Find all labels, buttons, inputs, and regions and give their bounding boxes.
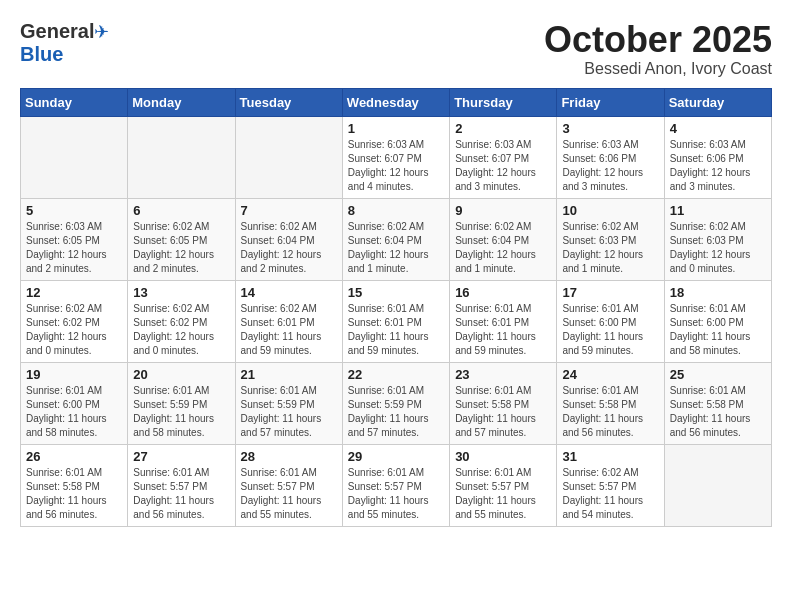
day-number: 29 (348, 449, 444, 464)
day-number: 2 (455, 121, 551, 136)
header-saturday: Saturday (664, 88, 771, 116)
day-info: Sunrise: 6:02 AM Sunset: 5:57 PM Dayligh… (562, 466, 658, 522)
calendar-cell: 15Sunrise: 6:01 AM Sunset: 6:01 PM Dayli… (342, 280, 449, 362)
day-info: Sunrise: 6:03 AM Sunset: 6:06 PM Dayligh… (562, 138, 658, 194)
day-info: Sunrise: 6:02 AM Sunset: 6:04 PM Dayligh… (455, 220, 551, 276)
day-info: Sunrise: 6:01 AM Sunset: 6:00 PM Dayligh… (26, 384, 122, 440)
calendar-week-row: 12Sunrise: 6:02 AM Sunset: 6:02 PM Dayli… (21, 280, 772, 362)
header-thursday: Thursday (450, 88, 557, 116)
day-number: 16 (455, 285, 551, 300)
day-number: 25 (670, 367, 766, 382)
day-info: Sunrise: 6:01 AM Sunset: 5:59 PM Dayligh… (241, 384, 337, 440)
day-info: Sunrise: 6:02 AM Sunset: 6:03 PM Dayligh… (562, 220, 658, 276)
day-number: 21 (241, 367, 337, 382)
calendar-header-row: Sunday Monday Tuesday Wednesday Thursday… (21, 88, 772, 116)
logo-blue: Blue (20, 43, 63, 65)
calendar-cell: 12Sunrise: 6:02 AM Sunset: 6:02 PM Dayli… (21, 280, 128, 362)
title-section: October 2025 Bessedi Anon, Ivory Coast (544, 20, 772, 78)
day-info: Sunrise: 6:01 AM Sunset: 5:59 PM Dayligh… (348, 384, 444, 440)
day-info: Sunrise: 6:03 AM Sunset: 6:07 PM Dayligh… (348, 138, 444, 194)
calendar-cell (235, 116, 342, 198)
day-number: 6 (133, 203, 229, 218)
day-info: Sunrise: 6:01 AM Sunset: 6:00 PM Dayligh… (562, 302, 658, 358)
day-number: 15 (348, 285, 444, 300)
day-number: 7 (241, 203, 337, 218)
day-number: 3 (562, 121, 658, 136)
header-sunday: Sunday (21, 88, 128, 116)
day-info: Sunrise: 6:02 AM Sunset: 6:01 PM Dayligh… (241, 302, 337, 358)
day-info: Sunrise: 6:01 AM Sunset: 5:57 PM Dayligh… (455, 466, 551, 522)
calendar-cell (21, 116, 128, 198)
calendar-cell: 14Sunrise: 6:02 AM Sunset: 6:01 PM Dayli… (235, 280, 342, 362)
day-number: 8 (348, 203, 444, 218)
day-number: 27 (133, 449, 229, 464)
logo: General✈ Blue (20, 20, 109, 66)
day-number: 10 (562, 203, 658, 218)
calendar-week-row: 19Sunrise: 6:01 AM Sunset: 6:00 PM Dayli… (21, 362, 772, 444)
calendar-cell: 28Sunrise: 6:01 AM Sunset: 5:57 PM Dayli… (235, 444, 342, 526)
calendar-cell: 29Sunrise: 6:01 AM Sunset: 5:57 PM Dayli… (342, 444, 449, 526)
calendar-cell: 22Sunrise: 6:01 AM Sunset: 5:59 PM Dayli… (342, 362, 449, 444)
calendar-week-row: 26Sunrise: 6:01 AM Sunset: 5:58 PM Dayli… (21, 444, 772, 526)
day-info: Sunrise: 6:01 AM Sunset: 5:58 PM Dayligh… (455, 384, 551, 440)
day-info: Sunrise: 6:02 AM Sunset: 6:05 PM Dayligh… (133, 220, 229, 276)
calendar-cell: 30Sunrise: 6:01 AM Sunset: 5:57 PM Dayli… (450, 444, 557, 526)
calendar-cell: 26Sunrise: 6:01 AM Sunset: 5:58 PM Dayli… (21, 444, 128, 526)
calendar-table: Sunday Monday Tuesday Wednesday Thursday… (20, 88, 772, 527)
calendar-cell: 27Sunrise: 6:01 AM Sunset: 5:57 PM Dayli… (128, 444, 235, 526)
day-number: 22 (348, 367, 444, 382)
day-number: 19 (26, 367, 122, 382)
day-info: Sunrise: 6:01 AM Sunset: 6:01 PM Dayligh… (348, 302, 444, 358)
day-info: Sunrise: 6:01 AM Sunset: 5:57 PM Dayligh… (241, 466, 337, 522)
header-wednesday: Wednesday (342, 88, 449, 116)
day-number: 12 (26, 285, 122, 300)
calendar-week-row: 5Sunrise: 6:03 AM Sunset: 6:05 PM Daylig… (21, 198, 772, 280)
day-number: 14 (241, 285, 337, 300)
day-info: Sunrise: 6:02 AM Sunset: 6:04 PM Dayligh… (348, 220, 444, 276)
calendar-cell: 9Sunrise: 6:02 AM Sunset: 6:04 PM Daylig… (450, 198, 557, 280)
calendar-cell: 3Sunrise: 6:03 AM Sunset: 6:06 PM Daylig… (557, 116, 664, 198)
calendar-cell: 2Sunrise: 6:03 AM Sunset: 6:07 PM Daylig… (450, 116, 557, 198)
day-info: Sunrise: 6:02 AM Sunset: 6:02 PM Dayligh… (133, 302, 229, 358)
day-number: 31 (562, 449, 658, 464)
calendar-cell: 31Sunrise: 6:02 AM Sunset: 5:57 PM Dayli… (557, 444, 664, 526)
day-info: Sunrise: 6:03 AM Sunset: 6:06 PM Dayligh… (670, 138, 766, 194)
day-number: 20 (133, 367, 229, 382)
day-info: Sunrise: 6:01 AM Sunset: 5:57 PM Dayligh… (348, 466, 444, 522)
calendar-cell: 11Sunrise: 6:02 AM Sunset: 6:03 PM Dayli… (664, 198, 771, 280)
calendar-cell: 5Sunrise: 6:03 AM Sunset: 6:05 PM Daylig… (21, 198, 128, 280)
calendar-cell: 23Sunrise: 6:01 AM Sunset: 5:58 PM Dayli… (450, 362, 557, 444)
day-info: Sunrise: 6:02 AM Sunset: 6:02 PM Dayligh… (26, 302, 122, 358)
day-number: 28 (241, 449, 337, 464)
day-info: Sunrise: 6:01 AM Sunset: 5:59 PM Dayligh… (133, 384, 229, 440)
day-info: Sunrise: 6:01 AM Sunset: 5:58 PM Dayligh… (670, 384, 766, 440)
day-info: Sunrise: 6:01 AM Sunset: 6:00 PM Dayligh… (670, 302, 766, 358)
calendar-cell: 8Sunrise: 6:02 AM Sunset: 6:04 PM Daylig… (342, 198, 449, 280)
day-info: Sunrise: 6:03 AM Sunset: 6:05 PM Dayligh… (26, 220, 122, 276)
calendar-cell: 25Sunrise: 6:01 AM Sunset: 5:58 PM Dayli… (664, 362, 771, 444)
calendar-cell (128, 116, 235, 198)
logo-general: General (20, 20, 94, 42)
page-header: General✈ Blue October 2025 Bessedi Anon,… (20, 20, 772, 78)
calendar-cell: 7Sunrise: 6:02 AM Sunset: 6:04 PM Daylig… (235, 198, 342, 280)
location-subtitle: Bessedi Anon, Ivory Coast (544, 60, 772, 78)
day-info: Sunrise: 6:03 AM Sunset: 6:07 PM Dayligh… (455, 138, 551, 194)
day-number: 13 (133, 285, 229, 300)
calendar-cell: 1Sunrise: 6:03 AM Sunset: 6:07 PM Daylig… (342, 116, 449, 198)
calendar-cell: 16Sunrise: 6:01 AM Sunset: 6:01 PM Dayli… (450, 280, 557, 362)
calendar-cell (664, 444, 771, 526)
month-title: October 2025 (544, 20, 772, 60)
day-number: 11 (670, 203, 766, 218)
calendar-cell: 6Sunrise: 6:02 AM Sunset: 6:05 PM Daylig… (128, 198, 235, 280)
header-tuesday: Tuesday (235, 88, 342, 116)
calendar-cell: 10Sunrise: 6:02 AM Sunset: 6:03 PM Dayli… (557, 198, 664, 280)
day-info: Sunrise: 6:01 AM Sunset: 6:01 PM Dayligh… (455, 302, 551, 358)
day-number: 18 (670, 285, 766, 300)
day-info: Sunrise: 6:01 AM Sunset: 5:57 PM Dayligh… (133, 466, 229, 522)
day-number: 23 (455, 367, 551, 382)
day-info: Sunrise: 6:02 AM Sunset: 6:03 PM Dayligh… (670, 220, 766, 276)
day-number: 17 (562, 285, 658, 300)
calendar-week-row: 1Sunrise: 6:03 AM Sunset: 6:07 PM Daylig… (21, 116, 772, 198)
day-info: Sunrise: 6:01 AM Sunset: 5:58 PM Dayligh… (562, 384, 658, 440)
calendar-cell: 13Sunrise: 6:02 AM Sunset: 6:02 PM Dayli… (128, 280, 235, 362)
